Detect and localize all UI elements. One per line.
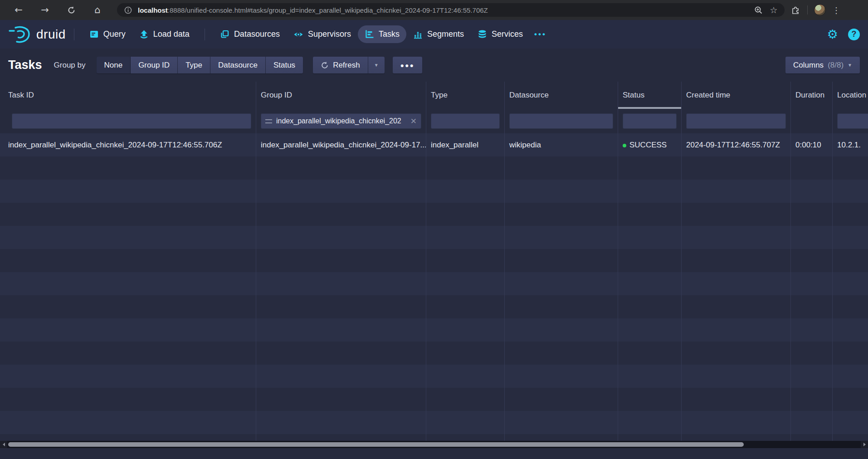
empty-cell: [426, 318, 505, 342]
empty-table-row: [0, 203, 868, 226]
services-icon: [478, 29, 487, 39]
column-header-datasource[interactable]: Datasource: [505, 82, 618, 109]
table-body: index_parallel_wikipedia_chicnkei_2024-0…: [0, 133, 868, 441]
page-info-icon[interactable]: [122, 5, 133, 15]
refresh-interval-dropdown[interactable]: ▼: [368, 57, 385, 73]
column-header-created-time[interactable]: Created time: [682, 82, 791, 109]
nav-item-services[interactable]: Services: [471, 25, 530, 43]
bookmark-star-icon[interactable]: ☆: [768, 5, 779, 15]
settings-gear-icon[interactable]: ⚙: [827, 27, 838, 41]
nav-item-segments[interactable]: Segments: [406, 25, 471, 43]
empty-cell: [0, 318, 256, 342]
nav-item-query[interactable]: Query: [83, 25, 132, 43]
scroll-left-arrow[interactable]: [0, 441, 7, 448]
datasources-icon: [220, 29, 229, 39]
empty-cell: [791, 434, 833, 441]
nav-item-tasks[interactable]: Tasks: [358, 25, 406, 43]
empty-cell: [426, 272, 505, 295]
empty-cell: [682, 272, 791, 295]
empty-cell: [426, 295, 505, 318]
empty-cell: [426, 342, 505, 365]
datasource-filter-input[interactable]: [509, 113, 613, 129]
group-by-type-button[interactable]: Type: [178, 57, 210, 73]
left-triangle-icon: [3, 443, 5, 446]
zoom-icon[interactable]: [753, 5, 764, 15]
empty-cell: [833, 295, 868, 318]
nav-item-label: Tasks: [379, 29, 400, 39]
refresh-button-group: Refresh ▼: [313, 57, 384, 73]
empty-cell: [256, 365, 426, 388]
empty-cell: [791, 318, 833, 342]
empty-cell: [682, 388, 791, 411]
browser-menu-icon[interactable]: ⋮: [832, 5, 840, 15]
horizontal-scrollbar[interactable]: [0, 441, 868, 448]
group-id-cell: index_parallel_wikipedia_chicnkei_2024-0…: [256, 133, 426, 156]
empty-cell: [256, 434, 426, 441]
columns-label: Columns: [793, 61, 824, 70]
address-bar[interactable]: localhost:8888/unified-console.html#task…: [117, 3, 785, 17]
group-by-button-group: None Group ID Type Datasource Status: [97, 57, 303, 73]
column-header-group-id[interactable]: Group ID: [256, 82, 426, 109]
nav-more-icon[interactable]: •••: [530, 26, 551, 43]
more-actions-button[interactable]: ●●●: [393, 57, 422, 73]
task-row[interactable]: index_parallel_wikipedia_chicnkei_2024-0…: [0, 133, 868, 156]
empty-cell: [618, 272, 682, 295]
nav-item-label: Segments: [427, 29, 464, 39]
empty-table-row: [0, 365, 868, 388]
datasource-cell: wikipedia: [505, 133, 618, 156]
empty-cell: [833, 156, 868, 180]
back-icon[interactable]: ←: [5, 2, 32, 18]
column-header-type[interactable]: Type: [426, 82, 505, 109]
scroll-right-arrow[interactable]: [861, 441, 868, 448]
empty-cell: [505, 203, 618, 226]
table-filter-row: index_parallel_wikipedia_chicnkei_202 ✕: [0, 109, 868, 133]
empty-cell: [0, 203, 256, 226]
extensions-icon[interactable]: [790, 5, 801, 15]
url-text[interactable]: localhost:8888/unified-console.html#task…: [138, 6, 748, 14]
task-id-filter-input[interactable]: [12, 113, 251, 129]
refresh-button[interactable]: Refresh: [313, 57, 368, 73]
location-filter-input[interactable]: [837, 113, 868, 129]
group-by-datasource-button[interactable]: Datasource: [210, 57, 266, 73]
empty-cell: [505, 226, 618, 249]
columns-button[interactable]: Columns (8/8) ▼: [785, 57, 860, 73]
column-header-location[interactable]: Location: [833, 82, 868, 109]
help-icon[interactable]: ?: [848, 29, 860, 40]
nav-item-label: Load data: [153, 29, 190, 39]
clear-filter-icon[interactable]: ✕: [410, 117, 417, 126]
url-path: :8888/unified-console.html#tasks/group_i…: [168, 6, 488, 14]
scrollbar-thumb[interactable]: [8, 442, 744, 447]
druid-logo[interactable]: druid: [8, 25, 66, 44]
duration-cell: 0:00:10: [791, 133, 833, 156]
group-by-status-button[interactable]: Status: [266, 57, 303, 73]
created-time-filter-input[interactable]: [686, 113, 786, 129]
profile-avatar[interactable]: [814, 4, 826, 16]
empty-cell: [256, 388, 426, 411]
reload-icon[interactable]: [58, 2, 84, 18]
empty-cell: [791, 249, 833, 272]
type-filter-input[interactable]: [431, 113, 500, 129]
group-id-filter-input[interactable]: index_parallel_wikipedia_chicnkei_202 ✕: [261, 113, 421, 129]
empty-cell: [426, 180, 505, 203]
browser-toolbar: ← → ⌂ localhost:8888/unified-console.htm…: [0, 0, 868, 20]
nav-item-datasources[interactable]: Datasources: [213, 25, 287, 43]
empty-cell: [618, 249, 682, 272]
status-filter-input[interactable]: [623, 113, 677, 129]
column-header-status[interactable]: Status: [618, 82, 682, 109]
task-id-cell: index_parallel_wikipedia_chicnkei_2024-0…: [0, 133, 256, 156]
column-header-task-id[interactable]: Task ID: [0, 82, 256, 109]
group-by-none-button[interactable]: None: [97, 57, 131, 73]
empty-cell: [618, 318, 682, 342]
empty-cell: [618, 434, 682, 441]
forward-icon[interactable]: →: [32, 2, 58, 18]
group-by-group-id-button[interactable]: Group ID: [131, 57, 178, 73]
empty-cell: [791, 388, 833, 411]
empty-cell: [791, 156, 833, 180]
nav-item-supervisors[interactable]: Supervisors: [287, 25, 358, 44]
empty-cell: [833, 434, 868, 441]
column-header-duration[interactable]: Duration: [791, 82, 833, 109]
status-label: SUCCESS: [629, 141, 667, 149]
empty-cell: [505, 249, 618, 272]
home-icon[interactable]: ⌂: [84, 2, 111, 18]
nav-item-load-data[interactable]: Load data: [132, 25, 196, 43]
